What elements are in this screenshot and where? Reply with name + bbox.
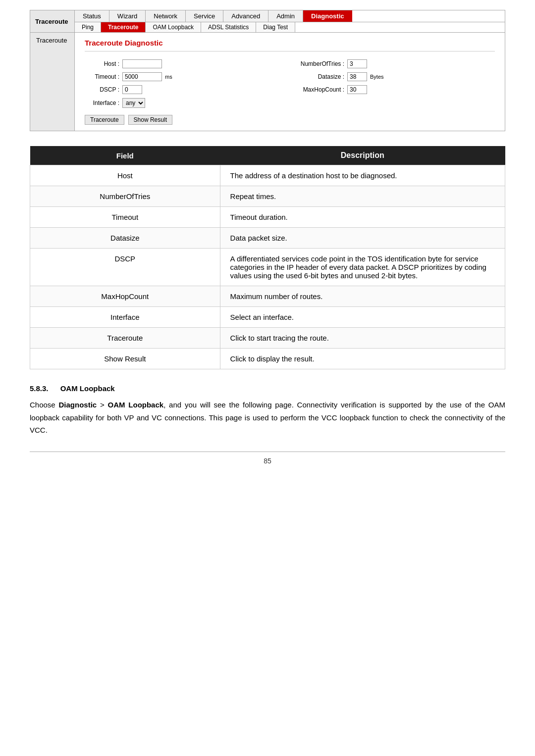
content-body: Traceroute Diagnostic Host : Timeout : m… [75, 33, 505, 131]
button-row: Traceroute Show Result [85, 115, 495, 125]
table-cell-description: Click to start tracing the route. [220, 328, 505, 349]
table-cell-description: Click to display the result. [220, 349, 505, 369]
dscp-label: DSCP : [85, 86, 119, 93]
table-row: TimeoutTimeout duration. [30, 207, 505, 228]
nav-tab-wizard[interactable]: Wizard [109, 10, 146, 22]
maxhopcount-input[interactable] [347, 85, 367, 94]
show-result-button[interactable]: Show Result [128, 115, 172, 125]
table-row: Show ResultClick to display the result. [30, 349, 505, 369]
form-grid: Host : Timeout : ms DSCP : Interface : a… [85, 59, 495, 108]
datasize-label: Datasize : [295, 73, 344, 80]
timeout-input[interactable] [122, 72, 162, 81]
content-sidebar: Traceroute [30, 33, 75, 131]
section-bold-1: Diagnostic [59, 401, 97, 409]
form-row-host: Host : [85, 59, 285, 68]
form-row-numberoftrues: NumberOfTries : [295, 59, 495, 68]
section-bold-2: OAM Loopback [108, 401, 164, 409]
maxhopcount-label: MaxHopCount : [295, 86, 344, 93]
nav-tab-advanced[interactable]: Advanced [223, 10, 268, 22]
table-row: InterfaceSelect an interface. [30, 307, 505, 328]
nav-tab-status[interactable]: Status [75, 10, 109, 22]
nav-tabs-area: Status Wizard Network Service Advanced A… [75, 10, 505, 32]
table-row: MaxHopCountMaximum number of routes. [30, 286, 505, 307]
table-cell-field: Traceroute [30, 328, 220, 349]
host-label: Host : [85, 60, 119, 67]
table-header-description: Description [220, 146, 505, 165]
table-cell-description: The address of a destination host to be … [220, 165, 505, 186]
form-row-timeout: Timeout : ms [85, 72, 285, 81]
table-header-field: Field [30, 146, 220, 165]
section-number: 5.8.3. [30, 384, 49, 393]
content-title: Traceroute Diagnostic [85, 39, 495, 51]
nav-sidebar-label: Traceroute [30, 10, 75, 32]
timeout-unit: ms [165, 74, 172, 80]
section-heading: 5.8.3. OAM Loopback [30, 384, 505, 393]
datasize-unit: Bytes [370, 74, 384, 80]
form-row-dscp: DSCP : [85, 85, 285, 94]
section-body-intro: Choose [30, 401, 59, 409]
table-cell-field: Timeout [30, 207, 220, 228]
section-title: OAM Loopback [60, 384, 115, 393]
table-cell-description: Timeout duration. [220, 207, 505, 228]
datasize-input[interactable] [347, 72, 367, 81]
traceroute-button[interactable]: Traceroute [85, 115, 124, 125]
nav-subtab-adsl[interactable]: ADSL Statistics [201, 22, 256, 32]
interface-select[interactable]: any [122, 98, 145, 108]
nav-subtab-oam[interactable]: OAM Loopback [146, 22, 201, 32]
nav-subtab-ping[interactable]: Ping [75, 22, 101, 32]
nav-tab-network[interactable]: Network [146, 10, 186, 22]
nav-tab-service[interactable]: Service [186, 10, 223, 22]
table-cell-field: DSCP [30, 249, 220, 286]
content-panel: Traceroute Traceroute Diagnostic Host : … [30, 33, 505, 131]
table-cell-field: Interface [30, 307, 220, 328]
dscp-input[interactable] [122, 85, 142, 94]
numberoftrues-label: NumberOfTries : [295, 60, 344, 67]
nav-top-row: Status Wizard Network Service Advanced A… [75, 10, 505, 22]
table-cell-description: Data packet size. [220, 228, 505, 249]
table-cell-description: Repeat times. [220, 186, 505, 207]
section-body: Choose Diagnostic > OAM Loopback, and yo… [30, 399, 505, 437]
page-number: 85 [264, 457, 271, 465]
form-row-interface: Interface : any [85, 98, 285, 108]
table-cell-field: MaxHopCount [30, 286, 220, 307]
nav-subtab-diagtest[interactable]: Diag Test [256, 22, 295, 32]
table-row: HostThe address of a destination host to… [30, 165, 505, 186]
nav-subtab-traceroute[interactable]: Traceroute [101, 22, 146, 32]
form-row-maxhopcount: MaxHopCount : [295, 85, 495, 94]
timeout-label: Timeout : [85, 73, 119, 80]
host-input[interactable] [122, 59, 162, 68]
table-row: DSCPA differentiated services code point… [30, 249, 505, 286]
table-row: NumberOfTriesRepeat times. [30, 186, 505, 207]
table-row: TracerouteClick to start tracing the rou… [30, 328, 505, 349]
table-cell-description: Maximum number of routes. [220, 286, 505, 307]
interface-label: Interface : [85, 100, 119, 106]
table-cell-field: Host [30, 165, 220, 186]
table-cell-field: NumberOfTries [30, 186, 220, 207]
table-cell-field: Datasize [30, 228, 220, 249]
table-cell-description: Select an interface. [220, 307, 505, 328]
form-row-datasize: Datasize : Bytes [295, 72, 495, 81]
table-row: DatasizeData packet size. [30, 228, 505, 249]
nav-sub-row: Ping Traceroute OAM Loopback ADSL Statis… [75, 22, 505, 32]
table-cell-description: A differentiated services code point in … [220, 249, 505, 286]
nav-container: Traceroute Status Wizard Network Service… [30, 10, 505, 33]
table-cell-field: Show Result [30, 349, 220, 369]
description-table: Field Description HostThe address of a d… [30, 146, 505, 369]
nav-tab-admin[interactable]: Admin [268, 10, 303, 22]
numberoftrues-input[interactable] [347, 59, 367, 68]
page-footer: 85 [30, 452, 505, 465]
nav-tab-diagnostic[interactable]: Diagnostic [303, 10, 352, 22]
section-separator: > [97, 401, 107, 409]
